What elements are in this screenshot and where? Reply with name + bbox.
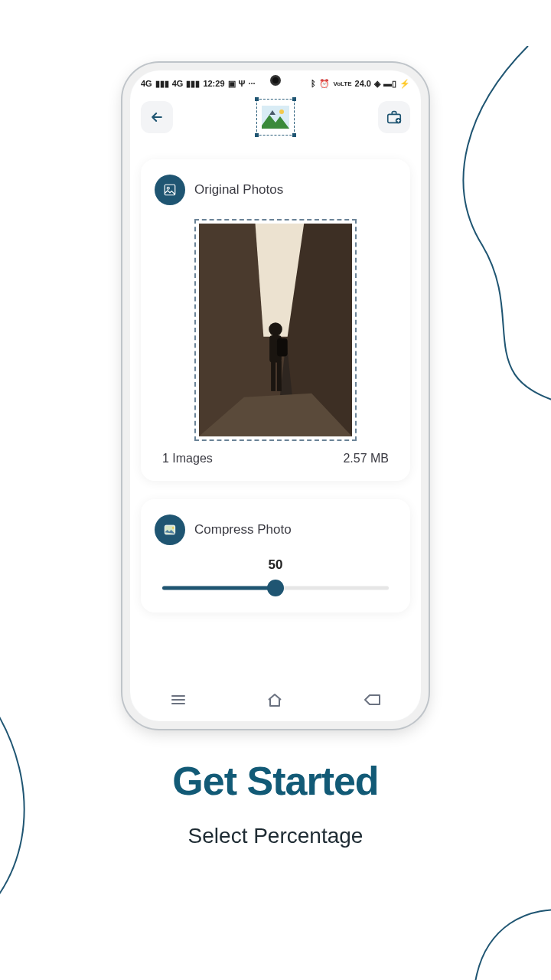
svg-point-7	[269, 322, 282, 336]
compress-photo-title: Compress Photo	[194, 522, 292, 537]
decor-curve-bottom-right	[421, 880, 551, 980]
alarm-icon: ⏰	[319, 79, 330, 89]
battery-icon: ▬▯	[383, 79, 396, 89]
svg-point-1	[279, 109, 284, 114]
headline-title: Get Started	[0, 758, 551, 804]
action-button[interactable]	[378, 101, 410, 133]
signal-bars-icon: ▮▮▮	[155, 79, 169, 89]
speed-value: 24.0	[355, 79, 371, 88]
back-button[interactable]	[141, 101, 173, 133]
app-logo	[256, 99, 295, 136]
charging-icon: ⚡	[399, 79, 410, 89]
compress-photo-card: Compress Photo 50	[141, 499, 410, 612]
decor-curve-top-right	[436, 46, 551, 413]
more-icon: ···	[248, 79, 255, 88]
bluetooth-icon: ᛒ	[311, 79, 316, 88]
svg-point-5	[167, 187, 169, 189]
original-photos-card: Original Photos 1 Ima	[141, 159, 410, 481]
wifi-icon: ◈	[374, 79, 380, 89]
slider-knob[interactable]	[267, 580, 284, 596]
photo-thumbnail	[199, 224, 352, 436]
back-softkey-icon[interactable]	[362, 691, 382, 709]
svg-rect-11	[277, 361, 282, 390]
do-not-disturb-icon: ▣	[228, 79, 236, 89]
headline-subtitle: Select Percentage	[0, 824, 551, 848]
app-header	[130, 93, 421, 141]
usb-icon: Ψ	[239, 79, 246, 88]
clock: 12:29	[203, 79, 224, 88]
image-count-label: 1 Images	[162, 452, 213, 466]
photo-icon	[155, 175, 185, 205]
svg-rect-10	[271, 361, 276, 390]
slider-fill	[162, 586, 276, 590]
svg-rect-9	[277, 338, 288, 357]
page-headline: Get Started Select Percentage	[0, 758, 551, 848]
signal-bars-icon: ▮▮▮	[186, 79, 200, 89]
photo-thumbnail-frame[interactable]	[194, 219, 357, 441]
recent-apps-icon[interactable]	[169, 691, 187, 709]
image-size-label: 2.57 MB	[343, 452, 389, 466]
compress-icon	[155, 514, 185, 545]
signal-4g-b: 4G	[172, 79, 184, 88]
navigation-bar	[130, 686, 421, 714]
arrow-left-icon	[149, 109, 165, 125]
original-photos-title: Original Photos	[194, 182, 283, 198]
phone-mockup: 4G ▮▮▮ 4G ▮▮▮ 12:29 ▣ Ψ ··· ᛒ ⏰ VoLTE 24…	[122, 63, 429, 729]
percentage-slider[interactable]	[162, 579, 389, 597]
briefcase-add-icon	[386, 109, 403, 126]
home-icon[interactable]	[266, 691, 284, 709]
volte-icon: VoLTE	[333, 80, 351, 87]
signal-4g-a: 4G	[141, 79, 152, 88]
svg-point-13	[172, 527, 174, 529]
front-camera	[270, 75, 281, 86]
slider-value: 50	[155, 557, 396, 573]
